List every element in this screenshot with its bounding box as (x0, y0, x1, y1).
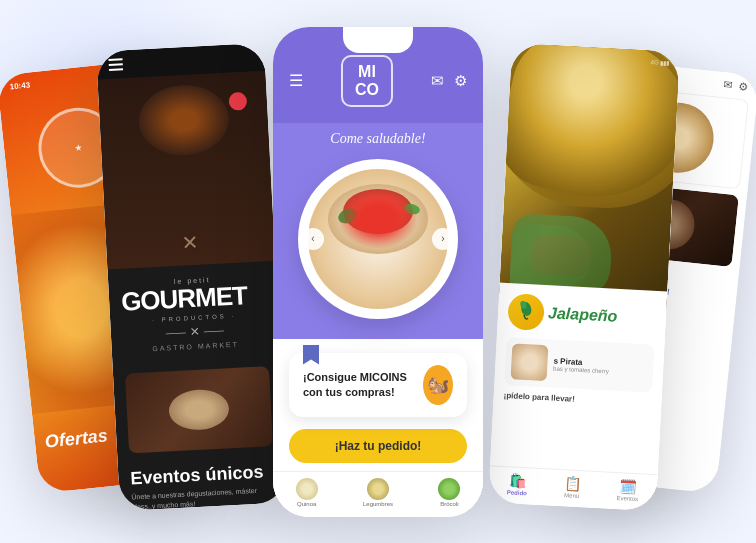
offers-label: Ofertas (44, 425, 109, 452)
quinoa-label: Quinoa (297, 501, 316, 507)
status-time: 10:43 (9, 80, 30, 91)
jalapeno-logo: Jalapeño (507, 293, 657, 337)
order-button[interactable]: ¡Haz tu pedido! (289, 429, 467, 463)
dish-info: s Pirata bas y tomates cherry (553, 356, 609, 374)
center-notch (343, 27, 413, 53)
jalapeno-icon (507, 293, 545, 331)
left-screen: ✕ le petit GOURMET · productos · ——✕—— G… (96, 42, 288, 510)
mico-hero: Come saludable! ‹ › (273, 123, 483, 339)
far-right-settings[interactable]: ⚙ (738, 79, 749, 93)
gourmet-divider: ——✕—— (123, 320, 268, 342)
brocoli-image (438, 478, 460, 500)
events-title: Eventos únicos (130, 461, 275, 488)
events-section: Eventos únicos Únete a nuestras degustac… (118, 452, 288, 510)
mico-bottom: ¡Consigue MICOINS con tus compras! 🐿️ ¡H… (273, 339, 483, 477)
mico-header-icons: ✉ ⚙ (431, 72, 467, 90)
tomato-decoration (228, 91, 247, 110)
gourmet-food-bg: ✕ (98, 70, 276, 269)
nav-legumbres[interactable]: Legumbres (363, 478, 393, 507)
mico-bottom-nav: Quinoa Legumbres Brócoli (273, 471, 483, 517)
micoins-coin-icon: 🐿️ (423, 365, 453, 405)
center-screen: ☰ MI CO ✉ ⚙ Come saludable! (273, 27, 483, 517)
phone-right: 4G ▮▮▮ Jalapeño (488, 42, 680, 510)
dish-card: s Pirata bas y tomates cherry (504, 337, 654, 393)
nav-eventos[interactable]: 🗓️ Eventos (616, 478, 639, 502)
mico-menu-icon[interactable]: ☰ (289, 71, 303, 90)
events-desc: Únete a nuestras degustaciones, máster c… (131, 485, 276, 511)
nav-menu[interactable]: 📋 Menu (563, 475, 581, 499)
envelope-icon[interactable]: ✉ (431, 72, 444, 90)
gourmet-title: GOURMET (120, 280, 265, 316)
nav-brocoli[interactable]: Brócoli (438, 478, 460, 507)
bookmark-icon (303, 345, 319, 365)
jalapeno-brand-text: Jalapeño (548, 304, 618, 326)
food-carousel: ‹ › (298, 159, 458, 319)
taco-hero-image: 4G ▮▮▮ (499, 42, 680, 310)
food-image (308, 169, 448, 309)
phone-left: ✕ le petit GOURMET · productos · ——✕—— G… (96, 42, 288, 510)
far-right-envelope[interactable]: ✉ (723, 78, 733, 92)
mico-logo: MI CO (341, 55, 393, 107)
phone-center: ☰ MI CO ✉ ⚙ Come saludable! (273, 27, 483, 517)
micoins-text: ¡Consigue MICOINS con tus compras! (303, 370, 423, 399)
nav-quinoa[interactable]: Quinoa (296, 478, 318, 507)
gourmet-content: le petit GOURMET · productos · ——✕—— GAS… (107, 260, 280, 365)
phones-scene: 10:43 ▮▮▮ ☰ ★ Ofertas (18, 17, 738, 527)
micoins-card: ¡Consigue MICOINS con tus compras! 🐿️ (289, 353, 467, 417)
right-screen: 4G ▮▮▮ Jalapeño (488, 42, 680, 510)
legumbres-label: Legumbres (363, 501, 393, 507)
nav-pedido[interactable]: 🛍️ Pedido (507, 472, 528, 496)
mico-tagline: Come saludable! (289, 131, 467, 147)
hamburger-menu[interactable] (108, 58, 123, 71)
micoins-card-wrapper: ¡Consigue MICOINS con tus compras! 🐿️ (289, 353, 467, 417)
carousel-prev[interactable]: ‹ (302, 228, 324, 250)
settings-icon[interactable]: ⚙ (454, 72, 467, 90)
brocoli-label: Brócoli (440, 501, 458, 507)
quinoa-image (296, 478, 318, 500)
food-photo (125, 365, 273, 452)
carousel-next[interactable]: › (432, 228, 454, 250)
pepper-svg (515, 300, 538, 323)
dish-thumbnail (511, 343, 549, 381)
legumbres-image (367, 478, 389, 500)
takeout-label: ¡pídelo para llevar! (503, 390, 651, 407)
